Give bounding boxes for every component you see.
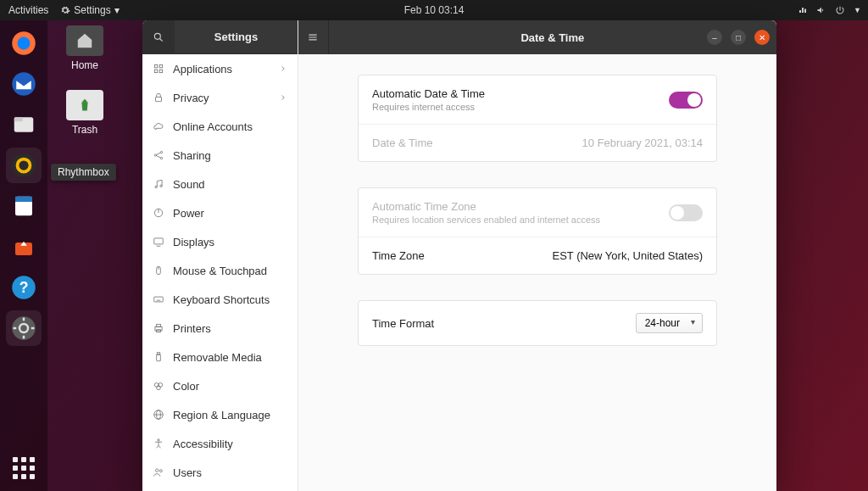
auto-tz-switch [669,204,703,221]
time-format-label: Time Format [372,317,636,330]
svg-point-51 [157,386,161,390]
dock-software[interactable] [6,229,42,265]
activities-button[interactable]: Activities [8,4,48,16]
music-icon [153,178,164,190]
dock-help[interactable]: ? [6,270,42,305]
show-applications[interactable] [6,450,42,486]
svg-rect-38 [154,297,164,302]
network-icon [798,5,808,15]
svg-line-28 [157,153,161,154]
sidebar-item-displays[interactable]: Displays [142,227,298,256]
maximize-button[interactable]: □ [731,30,746,45]
svg-line-29 [157,156,161,158]
chevron-down-icon: ▾ [114,4,120,16]
row-date-time[interactable]: Date & Time 10 February 2021, 03:14 [359,125,716,161]
auto-tz-label: Automatic Time Zone [372,200,669,213]
svg-point-5 [12,153,36,177]
chevron-right-icon [279,93,287,102]
svg-point-30 [155,186,157,187]
sidebar-item-sound[interactable]: Sound [142,170,298,198]
power-icon [835,5,845,15]
lock-icon [153,92,164,103]
auto-tz-sub: Requires location services enabled and i… [372,215,669,225]
app-menu[interactable]: Settings ▾ [60,4,119,16]
sidebar-item-applications[interactable]: Applications [142,54,298,83]
time-format-combo[interactable]: 24-hour [636,313,703,333]
time-format-card: Time Format 24-hour [358,300,717,346]
dock-firefox[interactable] [6,25,42,61]
cloud-icon [153,120,164,132]
settings-main: Date & Time – □ ✕ Automatic Date & Time … [298,20,776,491]
users-icon [153,466,164,478]
svg-point-56 [156,469,159,472]
date-time-value: 10 February 2021, 03:14 [582,137,703,149]
sidebar-title: Settings [175,31,298,43]
sidebar-item-sharing[interactable]: Sharing [142,141,298,170]
power-icon [153,207,164,219]
auto-date-time-label: Automatic Date & Time [372,87,669,100]
svg-point-1 [18,37,31,50]
svg-rect-48 [157,353,160,354]
desktop-icons: Home Trash [59,25,110,136]
sidebar-item-online-accounts[interactable]: Online Accounts [142,112,298,141]
search-button[interactable] [142,20,175,54]
home-icon [75,31,94,50]
tz-value: EST (New York, United States) [552,249,703,262]
row-timezone[interactable]: Time Zone EST (New York, United States) [359,237,716,274]
settings-window: Settings Applications Privacy Online Acc… [142,20,776,491]
desktop-trash[interactable]: Trash [66,90,103,136]
sidebar-item-users[interactable]: Users [142,458,298,487]
dock-libreoffice[interactable] [6,188,42,224]
sidebar-item-mouse[interactable]: Mouse & Touchpad [142,256,298,285]
dock-rhythmbox[interactable] [6,148,42,183]
tz-label: Time Zone [372,249,552,262]
svg-rect-20 [154,64,158,68]
close-button[interactable]: ✕ [754,30,770,45]
dock-files[interactable] [6,107,42,142]
svg-rect-21 [159,64,163,68]
sidebar-item-keyboard[interactable]: Keyboard Shortcuts [142,285,298,314]
mouse-icon [153,265,164,276]
clock[interactable]: Feb 10 03:14 [404,4,465,16]
svg-point-18 [154,33,160,39]
svg-text:?: ? [19,279,29,296]
search-icon [153,31,164,43]
keyboard-icon [153,293,164,305]
sidebar-item-privacy[interactable]: Privacy [142,83,298,112]
volume-icon [816,5,826,15]
display-icon [153,236,164,248]
hamburger-button[interactable] [298,20,329,54]
sidebar-item-removable[interactable]: Removable Media [142,343,298,371]
accessibility-icon [153,438,164,449]
svg-rect-24 [156,97,162,101]
svg-rect-47 [157,354,161,361]
desktop-home[interactable]: Home [66,25,103,71]
dock-thunderbird[interactable] [6,66,42,102]
sidebar-list[interactable]: Applications Privacy Online Accounts Sha… [142,54,298,491]
auto-date-time-sub: Requires internet access [372,102,669,112]
svg-point-2 [12,72,36,96]
top-bar: Activities Settings ▾ Feb 10 03:14 ▼ [0,0,868,20]
svg-rect-44 [155,326,162,331]
svg-rect-22 [154,70,158,73]
globe-icon [153,409,164,421]
minimize-button[interactable]: – [707,30,722,45]
row-auto-date-time: Automatic Date & Time Requires internet … [359,75,716,125]
dock-settings[interactable] [6,310,42,346]
auto-date-time-switch[interactable] [669,92,703,109]
timezone-card: Automatic Time Zone Requires location se… [358,187,717,275]
applications-icon [153,63,164,75]
menu-icon [307,31,319,43]
svg-point-57 [159,470,162,472]
color-icon [153,380,164,392]
sidebar-item-power[interactable]: Power [142,198,298,227]
share-icon [153,149,164,161]
sidebar-item-printers[interactable]: Printers [142,314,298,343]
gear-icon [60,5,70,15]
sidebar-item-color[interactable]: Color [142,371,298,400]
dock-tooltip: Rhythmbox [51,164,116,181]
sidebar-item-region[interactable]: Region & Language [142,400,298,429]
sidebar-item-accessibility[interactable]: Accessibility [142,429,298,458]
row-auto-timezone: Automatic Time Zone Requires location se… [359,188,716,237]
system-tray[interactable]: ▼ [798,5,861,15]
